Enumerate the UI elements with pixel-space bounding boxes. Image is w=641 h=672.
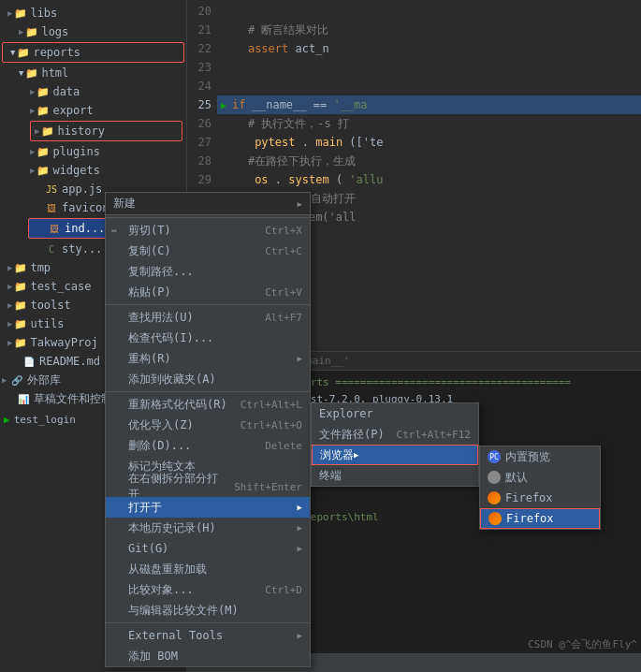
tree-item-html[interactable]: ▼ 📁 html: [0, 64, 186, 82]
cut-icon: ✂: [111, 226, 117, 236]
folder-icon-testcase: 📁: [14, 281, 27, 293]
menu-sep-1: [106, 217, 310, 218]
arrow-tmp: ▶: [7, 263, 12, 272]
folder-icon-html: 📁: [25, 67, 38, 80]
menu-item-git[interactable]: Git(G) ▶: [106, 538, 310, 559]
menu-item-compareeditor[interactable]: 与编辑器比较文件(M): [106, 600, 310, 621]
menu-sep-4: [106, 622, 310, 623]
menu-item-cut[interactable]: ✂ 剪切(T) Ctrl+X: [106, 220, 310, 241]
browser-item-internal[interactable]: PC 内置预览: [480, 446, 600, 467]
main-layout: ▶ 📁 libs ▶ 📁 logs ▼ 📁 reports ▼ 📁 html ▶: [0, 0, 641, 672]
menu-item-findusage[interactable]: 查找用法(U) Alt+F7: [106, 307, 310, 328]
menu-item-findusage-label: 查找用法(U): [128, 310, 194, 326]
folder-icon-reports: 📁: [17, 47, 30, 59]
browser-item-firefox2[interactable]: Firefox: [480, 508, 600, 529]
menu-item-inspect[interactable]: 检查代码(I)...: [106, 328, 310, 348]
menu-item-favorites[interactable]: 添加到收藏夹(A): [106, 369, 310, 389]
browser-label-internal: 内置预览: [505, 449, 550, 465]
localhistory-arrow: ▶: [298, 523, 302, 533]
submenu-openin: Explorer 文件路径(P) Ctrl+Alt+F12 浏览器 ▶ 终端: [311, 402, 479, 487]
menu-item-splitopen[interactable]: 在右侧拆分部分打开 Shift+Enter: [106, 476, 310, 497]
submenu-label-browser: 浏览器: [320, 447, 354, 463]
folder-icon-toolst: 📁: [14, 299, 27, 312]
menu-item-reload[interactable]: 从磁盘重新加载: [106, 559, 310, 579]
menu-item-inspect-label: 检查代码(I)...: [128, 330, 213, 346]
tree-item-widgets[interactable]: ▶ 📁 widgets: [0, 161, 186, 180]
folder-icon-export: 📁: [36, 105, 50, 117]
menu-item-compare[interactable]: 比较对象... Ctrl+D: [106, 579, 310, 600]
tree-item-logs[interactable]: ▶ 📁 logs: [0, 22, 186, 41]
menu-item-externaltools-label: External Tools: [128, 629, 223, 642]
tree-label-readme: README.md: [39, 355, 100, 368]
openin-arrow: ▶: [298, 503, 302, 512]
menu-item-findusage-shortcut: Alt+F7: [265, 312, 302, 324]
menu-item-delete-shortcut: Delete: [265, 440, 302, 452]
submenu-item-browser[interactable]: 浏览器 ▶: [312, 445, 478, 465]
menu-item-localhistory[interactable]: 本地历史记录(H) ▶: [106, 518, 310, 538]
folder-icon-logs: 📁: [25, 26, 38, 38]
menu-item-openin-label: 打开于: [128, 500, 162, 516]
arrow-toolst: ▶: [7, 300, 12, 310]
submenu-item-terminal[interactable]: 终端: [312, 465, 478, 486]
folder-icon-tmp: 📁: [14, 262, 27, 274]
menu-item-cut-label: 剪切(T): [128, 223, 171, 239]
arrow-plugins: ▶: [30, 147, 35, 156]
tree-label-plugins: plugins: [52, 145, 100, 158]
tree-item-export[interactable]: ▶ 📁 export: [0, 101, 186, 120]
tree-label-testcase: test_case: [30, 280, 91, 293]
tree-label-libs: libs: [30, 7, 57, 20]
folder-icon-widgets: 📁: [36, 165, 50, 177]
submenu-item-filepath[interactable]: 文件路径(P) Ctrl+Alt+F12: [312, 424, 478, 445]
js-icon: JS: [43, 181, 60, 197]
menu-item-localhistory-label: 本地历史记录(H): [128, 520, 216, 536]
menu-header-label: 新建: [113, 196, 136, 212]
code-line-21: # 断言结果对比: [217, 21, 641, 39]
menu-item-openin[interactable]: 打开于 ▶: [106, 497, 310, 518]
tree-label-external: 外部库: [27, 373, 61, 388]
browser-label-firefox1: Firefox: [505, 491, 553, 504]
browser-label-firefox2: Firefox: [506, 512, 554, 525]
menu-item-compareeditor-label: 与编辑器比较文件(M): [128, 603, 239, 619]
menu-item-favorites-label: 添加到收藏夹(A): [128, 372, 216, 387]
git-arrow: ▶: [298, 544, 302, 553]
submenu-label-terminal: 终端: [319, 468, 342, 484]
code-line-25: ▶ if __name__ == '__ma: [217, 95, 641, 114]
run-label: test_login: [14, 414, 76, 426]
menu-item-refactor[interactable]: 重构(R) ▶: [106, 348, 310, 369]
menu-item-delete[interactable]: 删除(D)... Delete: [106, 435, 310, 456]
tree-item-reports[interactable]: ▼ 📁 reports: [3, 43, 183, 62]
browser-item-default[interactable]: 默认: [480, 467, 600, 488]
menu-item-reformat-label: 重新格式化代码(R): [128, 397, 227, 413]
tree-label-index: ind...: [65, 222, 105, 235]
tree-item-libs[interactable]: ▶ 📁 libs: [0, 4, 186, 22]
ico-icon: 🖼: [43, 199, 60, 216]
run-icon: ▶: [4, 414, 10, 426]
tree-item-plugins[interactable]: ▶ 📁 plugins: [0, 142, 186, 161]
arrow-libs: ▶: [7, 8, 12, 18]
arrow-data: ▶: [30, 87, 35, 96]
menu-item-reformat[interactable]: 重新格式化代码(R) Ctrl+Alt+L: [106, 394, 310, 415]
menu-item-optimize[interactable]: 优化导入(Z) Ctrl+Alt+O: [106, 415, 310, 435]
browser-label-default: 默认: [505, 470, 528, 486]
submenu-item-explorer[interactable]: Explorer: [312, 403, 478, 424]
code-line-29: os . system ( 'allu: [217, 170, 641, 189]
folder-icon-plugins: 📁: [36, 146, 50, 158]
menu-item-reformat-shortcut: Ctrl+Alt+L: [240, 399, 302, 411]
menu-item-copypath[interactable]: 复制路径...: [106, 261, 310, 282]
menu-item-copy[interactable]: 复制(C) Ctrl+C: [106, 241, 310, 261]
menu-item-compare-shortcut: Ctrl+D: [265, 584, 302, 596]
browser-item-firefox1[interactable]: Firefox: [480, 488, 600, 508]
menu-header-new[interactable]: 新建 ▶: [106, 193, 310, 215]
menu-item-optimize-shortcut: Ctrl+Alt+O: [240, 419, 302, 431]
externaltools-arrow: ▶: [298, 631, 302, 640]
menu-item-delete-label: 删除(D)...: [128, 438, 191, 454]
tree-item-history[interactable]: ▶ 📁 history: [31, 122, 182, 140]
context-menu: 新建 ▶ ✂ 剪切(T) Ctrl+X 复制(C) Ctrl+C 复制路径...…: [105, 192, 311, 667]
folder-icon-libs: 📁: [14, 7, 27, 20]
tree-label-tmp: tmp: [30, 261, 51, 274]
menu-item-externaltools[interactable]: External Tools ▶: [106, 625, 310, 646]
code-line-24: [217, 77, 641, 95]
tree-item-data[interactable]: ▶ 📁 data: [0, 82, 186, 101]
menu-item-addbom[interactable]: 添加 BOM: [106, 646, 310, 666]
menu-item-paste[interactable]: 粘贴(P) Ctrl+V: [106, 282, 310, 302]
